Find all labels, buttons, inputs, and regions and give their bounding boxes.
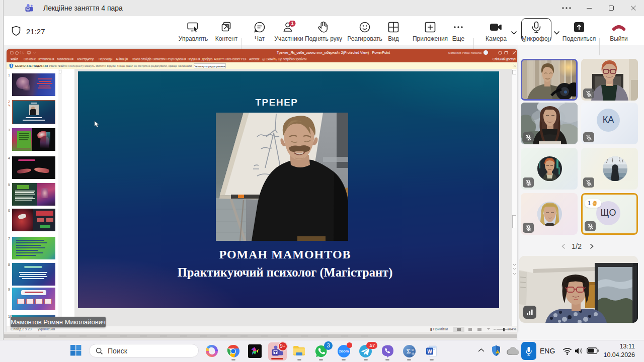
svg-text:Σ: Σ — [407, 347, 411, 355]
svg-text:zoom: zoom — [339, 349, 349, 353]
svg-text:1: 1 — [291, 21, 293, 26]
svg-text:W: W — [427, 349, 432, 354]
svg-text:α: α — [412, 348, 414, 351]
